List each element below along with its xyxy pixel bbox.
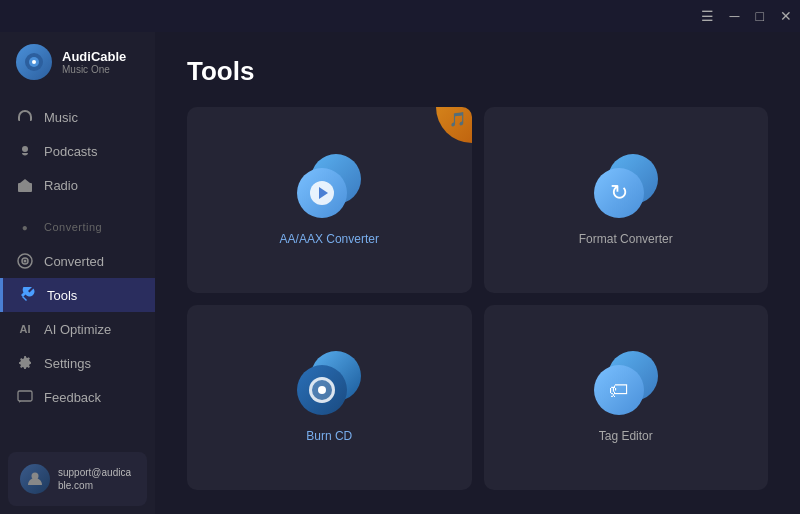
sidebar-item-label: Radio [44, 178, 78, 193]
format-icon: ↻ [594, 154, 658, 218]
icon-circle-front [297, 168, 347, 218]
tools-icon [19, 286, 37, 304]
feedback-icon [16, 388, 34, 406]
sidebar-item-music[interactable]: Music [0, 100, 155, 134]
play-triangle [319, 187, 328, 199]
svg-point-2 [32, 60, 36, 64]
user-area[interactable]: support@audicable.com [8, 452, 147, 506]
tool-card-aax-converter[interactable]: 🎵 AA/AAX Converter [187, 107, 472, 293]
disc-icon [16, 252, 34, 270]
tool-card-label: AA/AAX Converter [280, 232, 379, 246]
tag-label-icon: 🏷 [609, 379, 629, 402]
svg-point-3 [22, 146, 28, 152]
svg-rect-6 [20, 186, 25, 188]
sidebar-item-label: AI Optimize [44, 322, 111, 337]
section-dot-icon: ● [16, 218, 34, 236]
sidebar-item-label: Music [44, 110, 78, 125]
headphones-icon [16, 108, 34, 126]
avatar [20, 464, 50, 494]
logo-icon [16, 44, 52, 80]
tool-card-tag-editor[interactable]: 🏷 Tag Editor [484, 305, 769, 491]
app-subtitle: Music One [62, 64, 126, 75]
play-button-icon [310, 181, 334, 205]
section-label-converting: ● Converting [0, 202, 155, 244]
cd-center [318, 386, 326, 394]
sidebar-item-label: Converted [44, 254, 104, 269]
new-badge: 🎵 [436, 107, 472, 143]
tool-card-label: Format Converter [579, 232, 673, 246]
icon-circle-front: 🏷 [594, 365, 644, 415]
svg-point-5 [27, 186, 30, 189]
page-header: Tools [155, 32, 800, 107]
section-label-text: Converting [44, 221, 102, 233]
icon-circle-front [297, 365, 347, 415]
tool-card-label: Burn CD [306, 429, 352, 443]
close-button[interactable]: ✕ [780, 9, 792, 23]
logo-text: AudiCable Music One [62, 49, 126, 75]
icon-circle-front: ↻ [594, 168, 644, 218]
user-email: support@audicable.com [58, 466, 135, 492]
tool-card-burn-cd[interactable]: Burn CD [187, 305, 472, 491]
main-content: Tools 🎵 AA/AAX Converter ↻ [155, 0, 800, 514]
titlebar: ☰ ─ □ ✕ [0, 0, 800, 32]
aax-icon [297, 154, 361, 218]
burncd-icon [297, 351, 361, 415]
sidebar-item-podcasts[interactable]: Podcasts [0, 134, 155, 168]
radio-icon [16, 176, 34, 194]
sidebar-item-tools[interactable]: Tools [0, 278, 155, 312]
sidebar-item-label: Tools [47, 288, 77, 303]
maximize-button[interactable]: □ [756, 9, 764, 23]
tag-icon: 🏷 [594, 351, 658, 415]
sidebar-item-settings[interactable]: Settings [0, 346, 155, 380]
minimize-button[interactable]: ─ [730, 9, 740, 23]
cd-disc-icon [309, 377, 335, 403]
tool-card-label: Tag Editor [599, 429, 653, 443]
sidebar-item-label: Feedback [44, 390, 101, 405]
menu-button[interactable]: ☰ [701, 9, 714, 23]
sidebar-item-converted[interactable]: Converted [0, 244, 155, 278]
podcast-icon [16, 142, 34, 160]
sidebar-item-ai-optimize[interactable]: AI AI Optimize [0, 312, 155, 346]
tools-grid: 🎵 AA/AAX Converter ↻ Format Converter [155, 107, 800, 514]
sidebar-item-label: Settings [44, 356, 91, 371]
sidebar: AudiCable Music One Music Podcasts [0, 0, 155, 514]
svg-rect-10 [18, 391, 32, 401]
logo-area: AudiCable Music One [0, 32, 155, 100]
page-title: Tools [187, 56, 768, 87]
sidebar-item-feedback[interactable]: Feedback [0, 380, 155, 414]
sidebar-item-label: Podcasts [44, 144, 97, 159]
refresh-icon: ↻ [610, 180, 628, 206]
app-name: AudiCable [62, 49, 126, 64]
tool-card-format-converter[interactable]: ↻ Format Converter [484, 107, 769, 293]
nav-section: Music Podcasts Radio [0, 100, 155, 444]
svg-point-9 [24, 260, 27, 263]
sidebar-item-radio[interactable]: Radio [0, 168, 155, 202]
ai-icon: AI [16, 320, 34, 338]
gear-icon [16, 354, 34, 372]
